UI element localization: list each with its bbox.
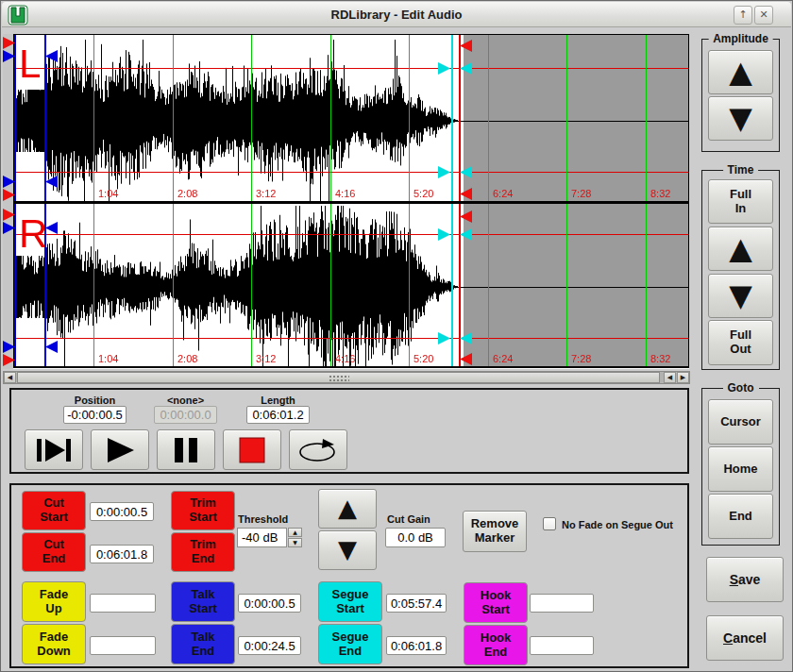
edit-audio-window: RDLibrary - Edit Audio ↑ ✕ ◀ ◀ ▶ Positio… — [0, 0, 793, 672]
scrollbar-grip — [329, 375, 349, 382]
threshold-spin-down-icon[interactable]: ▼ — [288, 538, 302, 547]
position-value: -0:00:00.5 — [63, 406, 127, 424]
shade-window-icon[interactable]: ↑ — [734, 6, 752, 25]
goto-end-button[interactable]: End — [708, 494, 773, 539]
no-fade-checkbox[interactable] — [543, 517, 556, 530]
hook-end-value[interactable] — [530, 636, 594, 655]
fade-down-button[interactable]: Fade Down — [22, 624, 86, 664]
marker-panel: Cut Start 0:00:00.5 Cut End 0:06:01.8 Tr… — [9, 483, 689, 668]
fade-up-button[interactable]: Fade Up — [22, 581, 86, 622]
segue-end-value[interactable]: 0:06:01.8 — [386, 636, 447, 655]
transport-panel: Position -0:00:00.5 <none> 0:00:00.0 Len… — [9, 388, 689, 474]
goto-group-title: Goto — [723, 381, 759, 395]
fade-down-value[interactable] — [90, 636, 156, 655]
no-fade-label: No Fade on Segue Out — [562, 519, 673, 530]
threshold-label: Threshold — [238, 513, 288, 525]
scrollbar-back-icon[interactable]: ◀ — [664, 372, 676, 383]
goto-home-button[interactable]: Home — [708, 446, 773, 492]
play-from-start-icon — [35, 437, 73, 463]
cut-gain-label: Cut Gain — [387, 513, 430, 525]
time-down-icon[interactable]: ▼ — [708, 274, 773, 318]
length-label: Length — [246, 395, 310, 406]
full-out-button[interactable]: Full Out — [708, 320, 773, 365]
full-in-button[interactable]: Full In — [708, 179, 773, 224]
stop-icon — [239, 437, 265, 463]
time-group: Time Full In ▲ ▼ Full Out — [701, 170, 780, 370]
cut-start-value[interactable]: 0:00:00.5 — [90, 502, 154, 521]
scrollbar-thumb[interactable] — [17, 372, 660, 383]
play-from-start-button[interactable] — [25, 429, 83, 470]
threshold-spinbox[interactable]: -40 dB ▲ ▼ — [237, 528, 303, 547]
time-group-title: Time — [723, 163, 759, 176]
scrollbar-forward-icon[interactable]: ▶ — [677, 372, 689, 383]
talk-end-button[interactable]: Talk End — [171, 624, 235, 664]
play-icon — [104, 437, 136, 463]
play-button[interactable] — [91, 429, 149, 470]
marker-name-value: 0:00:00.0 — [154, 406, 217, 424]
fade-up-value[interactable] — [90, 594, 156, 613]
goto-cursor-button[interactable]: Cursor — [708, 399, 773, 445]
amplitude-down-icon[interactable]: ▼ — [708, 96, 773, 141]
hook-start-value[interactable] — [530, 594, 594, 613]
talk-start-value[interactable]: 0:00:00.5 — [238, 594, 301, 613]
goto-group: Goto Cursor Home End — [701, 388, 780, 546]
cut-end-button[interactable]: Cut End — [22, 532, 86, 572]
threshold-spin-up-icon[interactable]: ▲ — [288, 528, 302, 537]
remove-marker-button[interactable]: Remove Marker — [463, 511, 527, 552]
scrollbar-left-icon[interactable]: ◀ — [4, 372, 16, 383]
segue-start-value[interactable]: 0:05:57.4 — [386, 594, 447, 613]
segue-end-button[interactable]: Segue End — [318, 624, 382, 664]
trim-start-button[interactable]: Trim Start — [171, 491, 235, 530]
loop-button[interactable] — [289, 429, 347, 470]
pause-button[interactable] — [157, 429, 215, 470]
waveform-display[interactable] — [3, 34, 690, 369]
window-title: RDLibrary - Edit Audio — [2, 8, 791, 22]
cut-gain-value[interactable]: 0.0 dB — [385, 528, 446, 547]
position-label: Position — [63, 395, 127, 406]
loop-icon — [296, 437, 340, 463]
amplitude-group-title: Amplitude — [708, 32, 773, 45]
talk-end-value[interactable]: 0:00:24.5 — [238, 636, 301, 655]
trim-end-button[interactable]: Trim End — [171, 532, 235, 572]
length-value: 0:06:01.2 — [246, 406, 310, 424]
amplitude-up-icon[interactable]: ▲ — [708, 50, 773, 94]
cancel-button[interactable]: Cancel — [706, 615, 784, 661]
gain-down-button[interactable]: ▼ — [318, 530, 377, 570]
hook-start-button[interactable]: Hook Start — [464, 582, 528, 623]
save-button[interactable]: Save — [706, 557, 784, 602]
marker-name-label: <none> — [154, 395, 217, 406]
gain-up-button[interactable]: ▲ — [318, 489, 377, 529]
cut-end-value[interactable]: 0:06:01.8 — [90, 545, 154, 563]
hook-end-button[interactable]: Hook End — [464, 625, 528, 665]
cut-start-button[interactable]: Cut Start — [22, 491, 86, 530]
segue-start-button[interactable]: Segue Start — [318, 581, 382, 622]
amplitude-group: Amplitude ▲ ▼ — [701, 39, 780, 152]
stop-button[interactable] — [223, 429, 281, 470]
time-up-icon[interactable]: ▲ — [708, 227, 773, 271]
close-window-icon[interactable]: ✕ — [754, 6, 773, 25]
pause-icon — [172, 437, 200, 463]
threshold-input[interactable]: -40 dB — [237, 528, 287, 547]
talk-start-button[interactable]: Talk Start — [171, 581, 235, 622]
titlebar: RDLibrary - Edit Audio ↑ ✕ — [2, 2, 791, 27]
waveform-scrollbar[interactable]: ◀ ◀ ▶ — [3, 371, 690, 384]
